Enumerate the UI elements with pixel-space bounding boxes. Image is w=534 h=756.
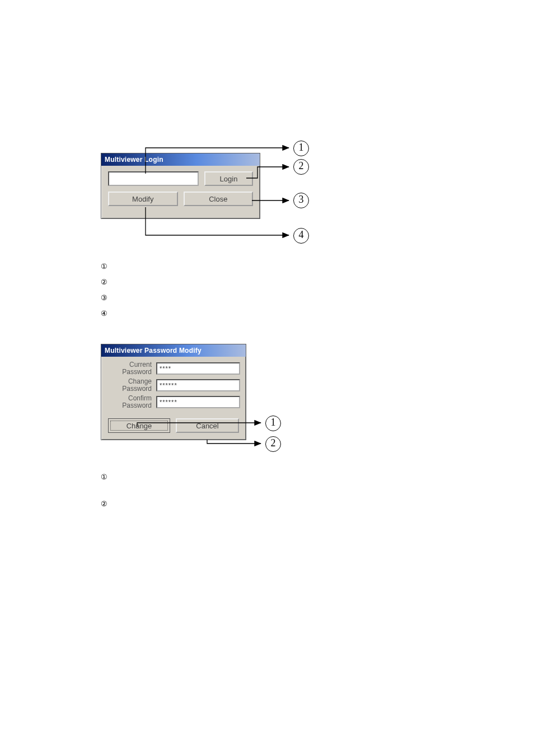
- page: Multiviewer Login Login Modify Close 1 2…: [0, 0, 534, 756]
- callout-circle-1: 1: [293, 141, 309, 156]
- confirm-password-input[interactable]: [156, 396, 240, 408]
- current-password-input[interactable]: [156, 362, 240, 375]
- password-modify-titlebar: Multiviewer Password Modify: [101, 344, 246, 357]
- callout2-circle-1: 1: [265, 416, 281, 431]
- confirm-password-label: ConfirmPassword: [101, 395, 156, 409]
- change-password-input[interactable]: [156, 379, 240, 391]
- login-button[interactable]: Login: [204, 171, 253, 186]
- login-dialog-title: Multiviewer Login: [105, 156, 163, 164]
- callout-circle-3: 3: [293, 193, 309, 208]
- login-dialog-titlebar: Multiviewer Login: [101, 153, 260, 166]
- current-password-row: CurrentPassword: [101, 357, 246, 376]
- change-password-label: ChangePassword: [101, 378, 156, 393]
- legend-list-1: ① ② ③ ④: [101, 259, 111, 321]
- legend-item: ①: [101, 464, 111, 491]
- password-modify-buttons: Change Cancel: [101, 409, 246, 440]
- modify-button[interactable]: Modify: [108, 192, 178, 206]
- close-button[interactable]: Close: [184, 192, 254, 206]
- password-modify-dialog: Multiviewer Password Modify CurrentPassw…: [101, 344, 246, 440]
- callout-circle-2: 2: [293, 159, 309, 175]
- legend-item: ②: [101, 491, 111, 517]
- current-password-label: CurrentPassword: [101, 361, 156, 376]
- legend-item: ③: [101, 290, 111, 306]
- login-dialog-body: Login Modify Close: [101, 166, 260, 218]
- legend-item: ①: [101, 259, 111, 274]
- cancel-button[interactable]: Cancel: [176, 418, 239, 433]
- login-row-buttons: Modify Close: [108, 192, 253, 206]
- legend-item: ②: [101, 274, 111, 290]
- confirm-password-row: ConfirmPassword: [101, 393, 246, 409]
- login-password-input[interactable]: [108, 171, 199, 186]
- login-row-input: Login: [108, 171, 253, 186]
- callout2-circle-2: 2: [265, 436, 281, 452]
- legend-item: ④: [101, 306, 111, 321]
- password-modify-title: Multiviewer Password Modify: [105, 347, 202, 354]
- login-dialog: Multiviewer Login Login Modify Close: [101, 153, 260, 219]
- callout-lines: [0, 0, 534, 756]
- change-button[interactable]: Change: [108, 418, 170, 433]
- callout-circle-4: 4: [293, 228, 309, 244]
- change-password-row: ChangePassword: [101, 376, 246, 393]
- legend-list-2: ① ②: [101, 464, 111, 517]
